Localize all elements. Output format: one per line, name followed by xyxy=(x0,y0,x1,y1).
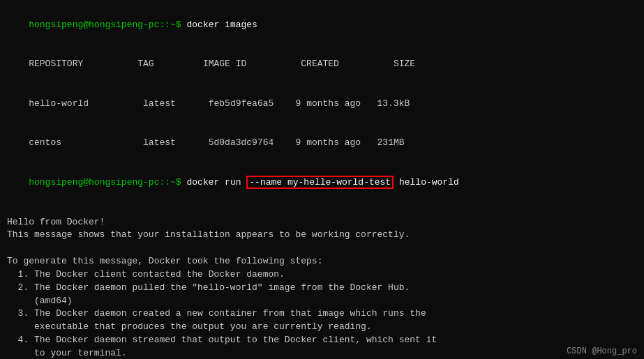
col-repo-header: REPOSITORY xyxy=(29,59,137,69)
step3a: 3. The Docker daemon created a new conta… xyxy=(7,307,637,321)
step3b: executable that produces the output you … xyxy=(7,321,637,334)
hello-line2: This message shows that your installatio… xyxy=(7,229,637,242)
col-size-header: SIZE xyxy=(394,59,415,69)
col-tag-header: TAG xyxy=(137,59,203,69)
step2a: 2. The Docker daemon pulled the "hello-w… xyxy=(7,282,637,295)
cmd2-pre: docker run xyxy=(186,177,246,188)
row1-created: 9 months ago xyxy=(296,98,361,109)
steps-intro: To generate this message, Docker took th… xyxy=(7,255,637,268)
row1-repo: hello-world xyxy=(29,98,89,109)
row2-tag: latest xyxy=(143,137,176,148)
row1-tag: latest xyxy=(143,98,176,109)
step4a: 4. The Docker daemon streamed that outpu… xyxy=(7,334,637,347)
hello-blank1 xyxy=(7,203,637,216)
prompt1: hongsipeng@hongsipeng-pc: xyxy=(29,20,165,30)
step2b: (amd64) xyxy=(7,295,637,308)
cmd2-highlight: --name my-helle-world-test xyxy=(246,176,394,189)
row2-id: 5d0da3dc9764 xyxy=(209,137,274,148)
step1: 1. The Docker client contacted the Docke… xyxy=(7,268,637,282)
prompt-symbol1: :~$ xyxy=(165,20,186,30)
images-row2: centos latest 5d0da3dc9764 9 months ago … xyxy=(7,124,637,164)
cmd2-post: hello-world xyxy=(394,177,459,188)
line-cmd2: hongsipeng@hongsipeng-pc::~$ docker run … xyxy=(7,163,637,203)
step4b: to your terminal. xyxy=(7,347,637,359)
col-created-header: CREATED xyxy=(301,59,394,69)
hello-line1: Hello from Docker! xyxy=(7,216,637,229)
row1-size: 13.3kB xyxy=(377,98,410,109)
images-header: REPOSITORY TAG IMAGE ID CREATED SIZE xyxy=(7,45,637,85)
terminal: hongsipeng@hongsipeng-pc::~$ docker imag… xyxy=(0,0,644,359)
row1-id: feb5d9fea6a5 xyxy=(209,98,274,109)
row2-repo: centos xyxy=(29,137,61,148)
hello-blank2 xyxy=(7,242,637,255)
row2-created: 9 months ago xyxy=(296,137,361,148)
line-cmd1: hongsipeng@hongsipeng-pc::~$ docker imag… xyxy=(7,6,637,45)
cmd1: docker images xyxy=(186,20,257,30)
prompt-symbol2: :~$ xyxy=(165,177,186,188)
col-id-header: IMAGE ID xyxy=(203,59,301,69)
watermark: CSDN @Hong_pro xyxy=(567,346,637,356)
prompt2: hongsipeng@hongsipeng-pc: xyxy=(29,177,165,188)
row2-size: 231MB xyxy=(377,137,405,148)
images-row1: hello-world latest feb5d9fea6a5 9 months… xyxy=(7,84,637,124)
